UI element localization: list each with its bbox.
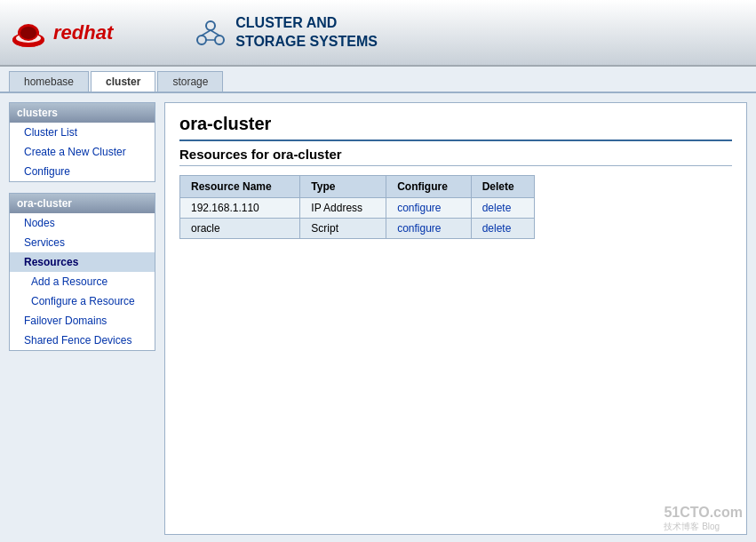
watermark-sub: 技术博客 Blog bbox=[664, 521, 743, 533]
svg-line-12 bbox=[211, 30, 219, 36]
header-banner: CLUSTER AND STORAGE SYSTEMS bbox=[193, 14, 378, 52]
tab-storage[interactable]: storage bbox=[157, 71, 223, 92]
col-header-configure: Configure bbox=[386, 176, 471, 198]
svg-point-8 bbox=[206, 21, 215, 30]
sidebar-item-cluster-list[interactable]: Cluster List bbox=[10, 123, 155, 142]
col-header-delete: Delete bbox=[471, 176, 534, 198]
sidebar-item-add-resource[interactable]: Add a Resource bbox=[10, 272, 155, 291]
sidebar-item-configure[interactable]: Configure bbox=[10, 162, 155, 181]
svg-point-7 bbox=[20, 27, 36, 39]
redhat-logo: redhat bbox=[9, 13, 113, 52]
redhat-brand-text: redhat bbox=[53, 21, 113, 44]
resources-table: Resource Name Type Configure Delete 192.… bbox=[179, 175, 535, 239]
col-header-name: Resource Name bbox=[180, 176, 300, 198]
svg-point-9 bbox=[197, 36, 206, 44]
sidebar-item-services[interactable]: Services bbox=[10, 233, 155, 252]
sidebar-item-create-new-cluster[interactable]: Create a New Cluster bbox=[10, 142, 155, 162]
sidebar-section-header-ora-cluster: ora-cluster bbox=[10, 194, 155, 213]
watermark: 51CTO.com 技术博客 Blog bbox=[664, 505, 743, 533]
resource-name-1: 192.168.1.110 bbox=[180, 198, 300, 219]
banner-text-block: CLUSTER AND STORAGE SYSTEMS bbox=[235, 14, 378, 52]
sidebar-item-shared-fence-devices[interactable]: Shared Fence Devices bbox=[10, 331, 155, 350]
sidebar-section-ora-cluster: ora-cluster Nodes Services Resources Add… bbox=[9, 193, 155, 351]
banner-line1: CLUSTER AND bbox=[235, 14, 378, 33]
sidebar-item-resources[interactable]: Resources bbox=[10, 252, 155, 272]
sidebar-section-header-clusters: clusters bbox=[10, 103, 155, 123]
resource-type-1: IP Address bbox=[300, 198, 386, 219]
configure-link-1[interactable]: configure bbox=[397, 202, 441, 214]
nav-tabs: homebase cluster storage bbox=[0, 67, 756, 93]
svg-point-10 bbox=[215, 36, 224, 44]
redhat-hat-icon bbox=[9, 13, 48, 52]
section-title: Resources for ora-cluster bbox=[179, 147, 732, 166]
svg-line-11 bbox=[202, 30, 211, 36]
tab-homebase[interactable]: homebase bbox=[9, 71, 89, 92]
sidebar-item-failover-domains[interactable]: Failover Domains bbox=[10, 311, 155, 331]
content-area: ora-cluster Resources for ora-cluster Re… bbox=[164, 102, 747, 535]
sidebar-item-nodes[interactable]: Nodes bbox=[10, 213, 155, 233]
col-header-type: Type bbox=[300, 176, 386, 198]
sidebar: clusters Cluster List Create a New Clust… bbox=[0, 93, 164, 542]
table-row: oracle Script configure delete bbox=[180, 219, 535, 239]
main-area: clusters Cluster List Create a New Clust… bbox=[0, 93, 756, 542]
cluster-icon bbox=[193, 15, 228, 51]
banner-line2: STORAGE SYSTEMS bbox=[235, 33, 378, 52]
logo-area: redhat CLUSTER AND STORAGE SYSTEMS bbox=[9, 13, 378, 52]
watermark-main: 51CTO.com bbox=[664, 505, 743, 521]
sidebar-section-clusters: clusters Cluster List Create a New Clust… bbox=[9, 102, 155, 182]
resource-type-2: Script bbox=[300, 219, 386, 239]
tab-cluster[interactable]: cluster bbox=[91, 71, 155, 92]
table-row: 192.168.1.110 IP Address configure delet… bbox=[180, 198, 535, 219]
page-title: ora-cluster bbox=[179, 114, 732, 141]
resource-name-2: oracle bbox=[180, 219, 300, 239]
sidebar-item-configure-resource[interactable]: Configure a Resource bbox=[10, 291, 155, 311]
delete-link-1[interactable]: delete bbox=[482, 202, 512, 214]
delete-link-2[interactable]: delete bbox=[482, 222, 512, 235]
header: redhat CLUSTER AND STORAGE SYSTEMS bbox=[0, 0, 756, 67]
configure-link-2[interactable]: configure bbox=[397, 222, 441, 235]
